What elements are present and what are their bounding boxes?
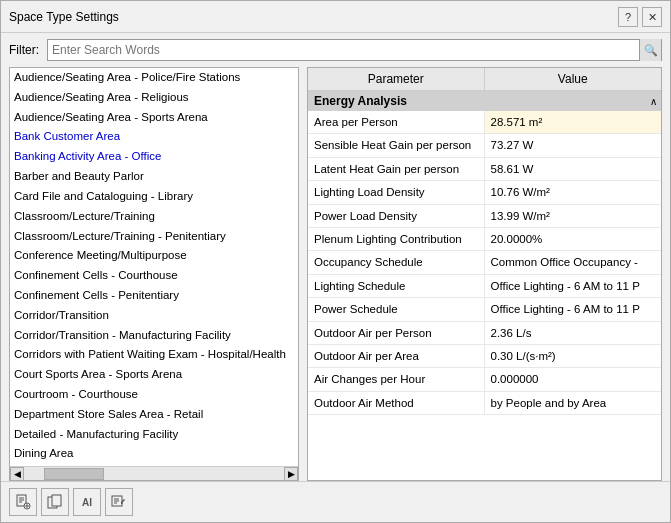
space-type-list[interactable]: Audience/Seating Area - Police/Fire Stat… bbox=[10, 68, 298, 466]
param-cell: Area per Person bbox=[308, 111, 485, 133]
table-row: Outdoor Air per Area0.30 L/(s·m²) bbox=[308, 345, 661, 368]
svg-rect-8 bbox=[52, 495, 61, 506]
table-row: Lighting Load Density10.76 W/m² bbox=[308, 181, 661, 204]
value-cell[interactable]: 0.000000 bbox=[485, 368, 662, 390]
filter-input-wrap: 🔍 bbox=[47, 39, 662, 61]
scroll-right-btn[interactable]: ▶ bbox=[284, 467, 298, 481]
list-item[interactable]: Confinement Cells - Courthouse bbox=[10, 266, 298, 286]
rename-button[interactable] bbox=[105, 488, 133, 516]
param-cell: Lighting Schedule bbox=[308, 275, 485, 297]
param-cell: Outdoor Air per Area bbox=[308, 345, 485, 367]
list-item[interactable]: Audience/Seating Area - Religious bbox=[10, 88, 298, 108]
list-item[interactable]: Card File and Cataloguing - Library bbox=[10, 187, 298, 207]
rename-icon bbox=[111, 494, 127, 510]
value-cell[interactable]: Common Office Occupancy - bbox=[485, 251, 662, 273]
value-cell[interactable]: 73.27 W bbox=[485, 134, 662, 156]
list-item[interactable]: Department Store Sales Area - Retail bbox=[10, 405, 298, 425]
table-row: Sensible Heat Gain per person73.27 W bbox=[308, 134, 661, 157]
value-cell[interactable]: 58.61 W bbox=[485, 158, 662, 180]
horizontal-scrollbar[interactable]: ◀ ▶ bbox=[10, 466, 298, 480]
list-item[interactable]: Audience/Seating Area - Police/Fire Stat… bbox=[10, 68, 298, 88]
param-cell: Power Load Density bbox=[308, 205, 485, 227]
table-header: Parameter Value bbox=[308, 68, 661, 91]
table-row: Outdoor Air per Person2.36 L/s bbox=[308, 322, 661, 345]
new-icon bbox=[15, 494, 31, 510]
list-item[interactable]: Courtroom - Courthouse bbox=[10, 385, 298, 405]
table-row: Lighting ScheduleOffice Lighting - 6 AM … bbox=[308, 275, 661, 298]
search-icon: 🔍 bbox=[644, 44, 658, 57]
list-item[interactable]: Bank Customer Area bbox=[10, 127, 298, 147]
value-header: Value bbox=[485, 68, 662, 90]
list-item[interactable]: Corridors with Patient Waiting Exam - Ho… bbox=[10, 345, 298, 365]
param-cell: Sensible Heat Gain per person bbox=[308, 134, 485, 156]
value-cell[interactable]: 0.30 L/(s·m²) bbox=[485, 345, 662, 367]
new-button[interactable] bbox=[9, 488, 37, 516]
list-item[interactable]: Classroom/Lecture/Training - Penitentiar… bbox=[10, 227, 298, 247]
value-cell[interactable]: 10.76 W/m² bbox=[485, 181, 662, 203]
scroll-left-btn[interactable]: ◀ bbox=[10, 467, 24, 481]
help-button[interactable]: ? bbox=[618, 7, 638, 27]
value-cell[interactable]: 28.571 m² bbox=[485, 111, 662, 133]
list-item[interactable]: Audience/Seating Area - Sports Arena bbox=[10, 108, 298, 128]
bottom-bar: AI bbox=[1, 481, 670, 522]
list-item[interactable]: Corridor/Transition - Manufacturing Faci… bbox=[10, 326, 298, 346]
value-cell[interactable]: 13.99 W/m² bbox=[485, 205, 662, 227]
param-cell: Outdoor Air Method bbox=[308, 392, 485, 414]
section-header: Energy Analysis ∧ bbox=[308, 91, 661, 111]
param-cell: Latent Heat Gain per person bbox=[308, 158, 485, 180]
table-row: Plenum Lighting Contribution20.0000% bbox=[308, 228, 661, 251]
table-row: Occupancy ScheduleCommon Office Occupanc… bbox=[308, 251, 661, 274]
table-row: Area per Person28.571 m² bbox=[308, 111, 661, 134]
scroll-track[interactable] bbox=[24, 467, 284, 481]
list-item[interactable]: Conference Meeting/Multipurpose bbox=[10, 246, 298, 266]
list-item[interactable]: Corridor/Transition bbox=[10, 306, 298, 326]
table-row: Outdoor Air Methodby People and by Area bbox=[308, 392, 661, 415]
properties-panel: Parameter Value Energy Analysis ∧ Area p… bbox=[307, 67, 662, 481]
dialog-title: Space Type Settings bbox=[9, 10, 119, 24]
table-row: Power Load Density13.99 W/m² bbox=[308, 205, 661, 228]
param-cell: Occupancy Schedule bbox=[308, 251, 485, 273]
list-item[interactable]: Detailed - Manufacturing Facility bbox=[10, 425, 298, 445]
table-rows-container: Area per Person28.571 m²Sensible Heat Ga… bbox=[308, 111, 661, 415]
search-input[interactable] bbox=[48, 41, 639, 59]
space-type-list-panel: Audience/Seating Area - Police/Fire Stat… bbox=[9, 67, 299, 481]
param-cell: Plenum Lighting Contribution bbox=[308, 228, 485, 250]
table-row: Air Changes per Hour0.000000 bbox=[308, 368, 661, 391]
param-cell: Outdoor Air per Person bbox=[308, 322, 485, 344]
ai-button[interactable]: AI bbox=[73, 488, 101, 516]
param-cell: Lighting Load Density bbox=[308, 181, 485, 203]
copy-icon bbox=[47, 494, 63, 510]
list-item[interactable]: Classroom/Lecture/Training bbox=[10, 207, 298, 227]
scroll-thumb[interactable] bbox=[44, 468, 104, 480]
table-row: Power ScheduleOffice Lighting - 6 AM to … bbox=[308, 298, 661, 321]
main-content: Audience/Seating Area - Police/Fire Stat… bbox=[1, 67, 670, 481]
space-type-settings-dialog: Space Type Settings ? ✕ Filter: 🔍 Audien… bbox=[0, 0, 671, 523]
title-bar: Space Type Settings ? ✕ bbox=[1, 1, 670, 33]
filter-label: Filter: bbox=[9, 43, 39, 57]
value-cell[interactable]: Office Lighting - 6 AM to 11 P bbox=[485, 298, 662, 320]
value-cell[interactable]: 2.36 L/s bbox=[485, 322, 662, 344]
search-icon-button[interactable]: 🔍 bbox=[639, 39, 661, 61]
table-row: Latent Heat Gain per person58.61 W bbox=[308, 158, 661, 181]
param-cell: Power Schedule bbox=[308, 298, 485, 320]
copy-button[interactable] bbox=[41, 488, 69, 516]
value-cell[interactable]: Office Lighting - 6 AM to 11 P bbox=[485, 275, 662, 297]
list-item[interactable]: Court Sports Area - Sports Arena bbox=[10, 365, 298, 385]
param-cell: Air Changes per Hour bbox=[308, 368, 485, 390]
list-item[interactable]: Dining Area bbox=[10, 444, 298, 464]
param-header: Parameter bbox=[308, 68, 485, 90]
title-bar-controls: ? ✕ bbox=[618, 7, 662, 27]
value-cell[interactable]: 20.0000% bbox=[485, 228, 662, 250]
filter-row: Filter: 🔍 bbox=[1, 33, 670, 67]
list-item[interactable]: Barber and Beauty Parlor bbox=[10, 167, 298, 187]
list-item[interactable]: Banking Activity Area - Office bbox=[10, 147, 298, 167]
collapse-button[interactable]: ∧ bbox=[485, 91, 662, 111]
close-button[interactable]: ✕ bbox=[642, 7, 662, 27]
list-item[interactable]: Confinement Cells - Penitentiary bbox=[10, 286, 298, 306]
section-label: Energy Analysis bbox=[308, 91, 485, 111]
table-body: Energy Analysis ∧ Area per Person28.571 … bbox=[308, 91, 661, 480]
value-cell[interactable]: by People and by Area bbox=[485, 392, 662, 414]
